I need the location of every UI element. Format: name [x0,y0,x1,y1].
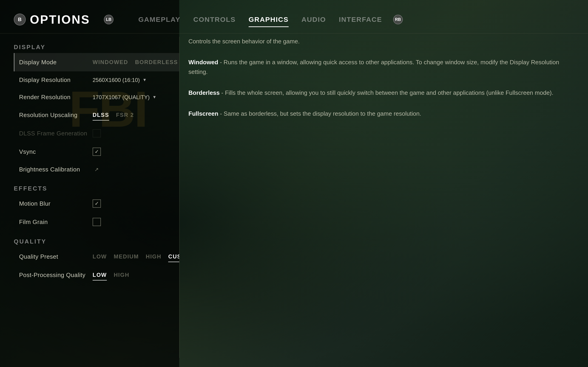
post-processing-quality-label: Post-Processing Quality [19,272,93,279]
description-panel: Controls the screen behavior of the game… [188,37,574,120]
vsync-row[interactable]: Vsync [14,142,179,161]
resolution-upscaling-value: DLSS FSR 2 [93,111,134,119]
settings-container: DISPLAY Display Mode WINDOWED BORDERLESS… [14,37,179,358]
borderless-desc: - Fills the whole screen, allowing you t… [221,89,553,96]
quality-preset-value: LOW MEDIUM HIGH CUSTOM [93,252,179,261]
lb-button[interactable]: LB [104,15,113,24]
motion-blur-row[interactable]: Motion Blur [14,194,179,213]
display-section-header: DISPLAY [14,44,179,51]
tab-graphics[interactable]: GRAPHICS [242,13,295,26]
film-grain-checkbox[interactable] [93,218,101,226]
display-resolution-value: 2560X1600 (16:10) [93,77,140,83]
film-grain-row[interactable]: Film Grain [14,213,179,231]
low-preset-option[interactable]: LOW [93,252,107,261]
rb-button[interactable]: RB [393,15,403,24]
top-navigation: B OPTIONS LB GAMEPLAY CONTROLS GRAPHICS … [0,13,588,26]
display-mode-value: WINDOWED BORDERLESS FULLSCREEN [93,58,179,66]
post-low-option[interactable]: LOW [93,271,107,279]
dlss-frame-generation-checkbox[interactable] [93,129,101,137]
dlss-frame-generation-label: DLSS Frame Generation [19,130,93,137]
panel-divider [179,37,180,358]
nav-tabs: GAMEPLAY CONTROLS GRAPHICS AUDIO INTERFA… [132,13,389,26]
back-button[interactable]: B OPTIONS [14,13,90,26]
dropdown-arrow-icon: ▼ [143,78,147,82]
film-grain-label: Film Grain [19,218,93,226]
motion-blur-checkbox[interactable] [93,200,101,208]
brightness-calibration-label: Brightness Calibration [19,166,93,173]
page-title: OPTIONS [30,13,90,26]
vsync-label: Vsync [19,148,93,155]
b-button-icon: B [14,14,26,25]
tab-controls[interactable]: CONTROLS [187,13,242,26]
quality-preset-row[interactable]: Quality Preset LOW MEDIUM HIGH CUSTOM [14,247,179,266]
external-link-icon: ↗ [95,167,99,173]
display-resolution-label: Display Resolution [19,76,93,83]
resolution-upscaling-row[interactable]: Resolution Upscaling DLSS FSR 2 [14,106,179,124]
motion-blur-label: Motion Blur [19,200,93,207]
description-fullscreen: Fullscreen - Same as borderless, but set… [188,109,574,119]
tab-audio[interactable]: AUDIO [295,13,332,26]
brightness-calibration-row[interactable]: Brightness Calibration ↗ [14,161,179,178]
tab-interface[interactable]: INTERFACE [332,13,389,26]
windowed-term: Windowed [188,59,218,66]
display-resolution-row[interactable]: Display Resolution 2560X1600 (16:10) ▼ [14,71,179,89]
display-mode-row[interactable]: Display Mode WINDOWED BORDERLESS FULLSCR… [14,53,179,71]
dlss-option[interactable]: DLSS [93,111,109,119]
fullscreen-desc: - Same as borderless, but sets the displ… [220,110,421,117]
quality-section-header: QUALITY [14,238,179,245]
description-windowed: Windowed - Runs the game in a window, al… [188,58,574,77]
borderless-option[interactable]: BORDERLESS [135,58,178,66]
render-resolution-row[interactable]: Render Resolution 1707X1067 (QUALITY) ▼ [14,89,179,106]
quality-preset-label: Quality Preset [19,253,93,260]
resolution-upscaling-label: Resolution Upscaling [19,112,93,119]
high-preset-option[interactable]: HIGH [146,252,161,261]
display-mode-label: Display Mode [19,59,93,66]
fsr2-option[interactable]: FSR 2 [116,111,134,119]
vsync-checkbox[interactable] [93,148,101,156]
post-processing-quality-value: LOW HIGH [93,271,129,279]
render-resolution-value: 1707X1067 (QUALITY) [93,94,150,100]
custom-preset-option[interactable]: CUSTOM [168,252,179,261]
description-intro: Controls the screen behavior of the game… [188,37,574,46]
display-resolution-dropdown[interactable]: 2560X1600 (16:10) ▼ [93,77,147,83]
effects-section-header: EFFECTS [14,185,179,192]
render-resolution-dropdown[interactable]: 1707X1067 (QUALITY) ▼ [93,94,156,100]
dlss-frame-generation-row: DLSS Frame Generation [14,124,179,142]
top-divider [0,33,588,33]
render-dropdown-arrow-icon: ▼ [152,95,156,100]
description-borderless: Borderless - Fills the whole screen, all… [188,88,574,98]
borderless-term: Borderless [188,89,220,96]
tab-gameplay[interactable]: GAMEPLAY [132,13,187,26]
windowed-desc: - Runs the game in a window, allowing qu… [188,59,559,75]
post-high-option[interactable]: HIGH [114,271,129,279]
medium-preset-option[interactable]: MEDIUM [114,252,139,261]
fullscreen-term: Fullscreen [188,110,218,117]
post-processing-quality-row[interactable]: Post-Processing Quality LOW HIGH [14,266,179,284]
render-resolution-label: Render Resolution [19,94,93,101]
windowed-option[interactable]: WINDOWED [93,58,128,66]
